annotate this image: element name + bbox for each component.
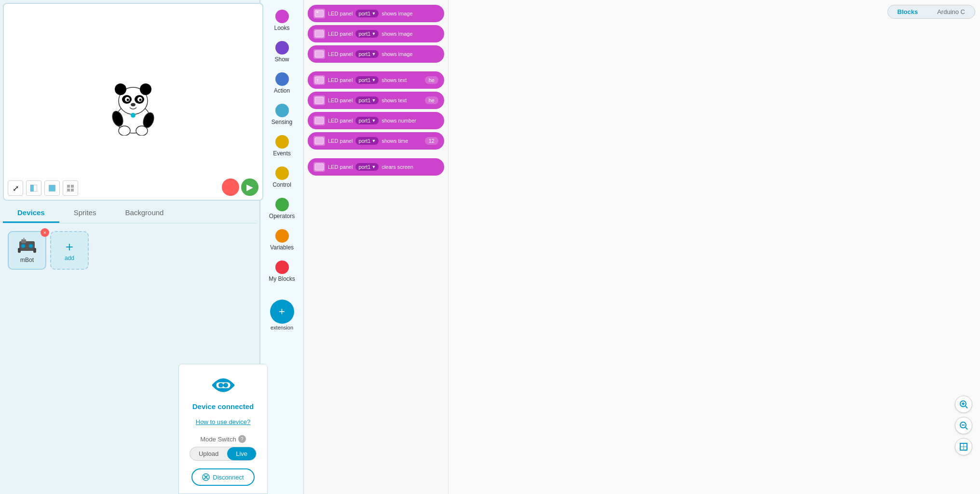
cat-events[interactable]: Events (260, 130, 303, 162)
upload-mode-button[interactable]: Upload (190, 447, 227, 460)
tab-background[interactable]: Background (110, 204, 178, 223)
disconnect-label: Disconnect (213, 474, 244, 481)
tabs-bar: Devices Sprites Background (3, 204, 257, 223)
block-led-label-2: LED panel (328, 31, 353, 37)
svg-rect-40 (315, 97, 324, 104)
block-led-number[interactable]: LED panel port1 ▼ shows number (308, 112, 444, 129)
block-icon-2 (313, 29, 325, 39)
svg-rect-34 (315, 10, 324, 17)
how-to-link[interactable]: How to use device? (196, 418, 250, 425)
svg-point-12 (127, 99, 129, 101)
action-dot (275, 72, 289, 86)
action-label: Action (274, 87, 290, 94)
tab-sprites[interactable]: Sprites (59, 204, 111, 223)
close-mbot-button[interactable]: × (41, 228, 49, 237)
block-port-5[interactable]: port1 ▼ (355, 96, 379, 104)
block-value-5[interactable]: he (425, 96, 438, 104)
block-port-2[interactable]: port1 ▼ (355, 30, 379, 38)
looks-label: Looks (274, 25, 289, 31)
mode-toggle: Upload Live (190, 447, 257, 461)
stage-area: ⤢ ▶ (3, 3, 263, 201)
grid-stage-button[interactable] (63, 180, 78, 196)
devices-area: × mBot + add (3, 226, 257, 491)
svg-rect-32 (223, 383, 228, 387)
add-device-button[interactable]: + add (50, 231, 89, 270)
block-icon-6 (313, 116, 325, 125)
half-stage-button[interactable] (26, 180, 41, 196)
svg-rect-29 (33, 248, 36, 253)
control-dot (275, 166, 289, 180)
live-mode-button[interactable]: Live (227, 447, 256, 460)
cat-myblocks[interactable]: My Blocks (260, 256, 303, 287)
workspace-tabs: Blocks Arduino C (887, 5, 975, 19)
svg-line-50 (966, 427, 967, 429)
operators-dot (275, 198, 289, 211)
block-led-label-1: LED panel (328, 11, 353, 16)
block-led-clear[interactable]: LED panel port1 ▼ clears screen (308, 158, 444, 176)
extension-area: + extension (270, 295, 294, 330)
operators-label: Operators (269, 213, 295, 220)
go-button[interactable]: ▶ (241, 178, 259, 196)
block-led-text-1[interactable]: T LED panel port1 ▼ shows text he (308, 71, 444, 89)
block-port-3[interactable]: port1 ▼ (355, 50, 379, 58)
block-action-5: shows text (381, 97, 422, 103)
device-connected-panel: Device connected How to use device? Mode… (178, 364, 268, 494)
block-action-6: shows number (381, 118, 438, 124)
variables-dot (275, 229, 289, 243)
block-led-image-3[interactable]: LED panel port1 ▼ shows image (308, 45, 444, 63)
svg-point-13 (139, 99, 142, 101)
svg-point-15 (131, 113, 136, 118)
block-port-4[interactable]: port1 ▼ (355, 76, 379, 84)
cat-control[interactable]: Control (260, 162, 303, 193)
block-value-4[interactable]: he (425, 76, 438, 84)
disconnect-button[interactable]: Disconnect (191, 468, 254, 486)
block-port-8[interactable]: port1 ▼ (355, 163, 379, 171)
connected-text: Device connected (192, 402, 254, 411)
cat-action[interactable]: Action (260, 68, 303, 99)
block-led-time[interactable]: LED panel port1 ▼ shows time 12 (308, 132, 444, 150)
block-port-1[interactable]: port1 ▼ (355, 10, 379, 17)
cat-operators[interactable]: Operators (260, 193, 303, 224)
svg-rect-17 (30, 185, 34, 192)
svg-line-47 (966, 406, 967, 408)
myblocks-dot (275, 261, 289, 274)
svg-rect-22 (71, 189, 74, 192)
svg-rect-21 (67, 189, 70, 192)
tab-arduino[interactable]: Arduino C (927, 5, 975, 18)
block-led-label-4: LED panel (328, 77, 353, 83)
tab-devices[interactable]: Devices (3, 204, 59, 223)
svg-point-7 (140, 83, 151, 95)
block-led-image-2[interactable]: LED panel port1 ▼ shows image (308, 25, 444, 42)
block-icon-4: T (313, 75, 325, 85)
block-port-6[interactable]: port1 ▼ (355, 117, 379, 124)
workspace[interactable]: Blocks Arduino C (449, 0, 980, 494)
svg-rect-25 (23, 238, 25, 240)
full-stage-button[interactable] (44, 180, 60, 196)
zoom-in-button[interactable] (955, 396, 972, 413)
tab-blocks[interactable]: Blocks (888, 5, 928, 18)
left-panel: ⤢ ▶ Devices Sprites Background × (0, 0, 260, 494)
block-led-text-2[interactable]: LED panel port1 ▼ shows text he (308, 92, 444, 109)
block-spacer-2 (308, 152, 444, 155)
fit-screen-button[interactable] (955, 438, 972, 455)
block-led-image-1[interactable]: LED panel port1 ▼ shows image (308, 5, 444, 22)
device-mbot[interactable]: × mBot (8, 231, 46, 270)
zoom-out-button[interactable] (955, 417, 972, 434)
block-value-7[interactable]: 12 (425, 137, 438, 145)
help-icon[interactable]: ? (238, 435, 246, 443)
add-plus-icon: + (66, 239, 73, 255)
svg-point-26 (21, 244, 25, 248)
myblocks-label: My Blocks (269, 275, 295, 282)
stop-button[interactable] (222, 178, 239, 196)
cat-looks[interactable]: Looks (260, 5, 303, 36)
cat-sensing[interactable]: Sensing (260, 99, 303, 130)
extension-button[interactable]: + (270, 300, 294, 324)
cat-variables[interactable]: Variables (260, 224, 303, 256)
workspace-controls (955, 396, 972, 455)
block-port-7[interactable]: port1 ▼ (355, 137, 379, 145)
sensing-label: Sensing (272, 119, 292, 125)
cat-show[interactable]: Show (260, 36, 303, 68)
events-dot (275, 135, 289, 149)
svg-point-6 (115, 83, 126, 95)
expand-stage-button[interactable]: ⤢ (8, 180, 23, 196)
